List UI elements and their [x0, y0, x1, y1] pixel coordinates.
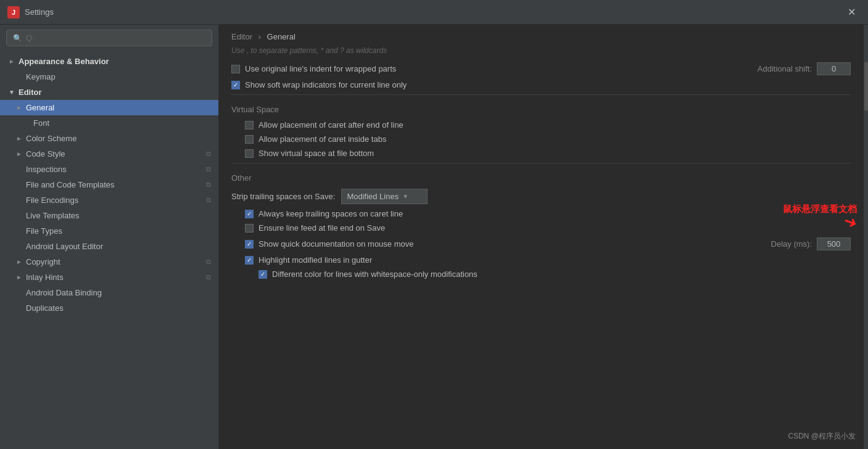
sidebar-item-code-style[interactable]: ►Code Style⧉	[0, 146, 218, 162]
sidebar-item-label: File Encodings	[26, 196, 204, 205]
sidebar-item-label: File and Code Templates	[26, 180, 204, 189]
trailing-spaces-caret-checkbox[interactable]	[245, 210, 254, 218]
copy-icon: ⧉	[206, 150, 211, 158]
nav-arrow-icon	[15, 304, 23, 313]
sidebar-item-file-types[interactable]: File Types	[0, 223, 218, 239]
line-feed-save-checkbox[interactable]	[245, 224, 254, 233]
nav-arrow-icon: ►	[15, 134, 23, 143]
caret-eol-row: Allow placement of caret after end of li…	[245, 120, 851, 130]
diff-color-whitespace-label: Different color for lines with whitespac…	[272, 270, 477, 279]
scrollbar	[863, 25, 868, 449]
delay-input[interactable]	[817, 237, 851, 250]
highlight-modified-checkbox[interactable]	[245, 256, 254, 265]
highlight-modified-row: Highlight modified lines in gutter	[245, 255, 851, 265]
sidebar-item-label: Duplicates	[26, 303, 211, 313]
caret-eol-label: Allow placement of caret after end of li…	[258, 120, 403, 130]
additional-shift-label: Additional shift:	[758, 64, 812, 73]
sidebar-item-android-layout-editor[interactable]: Android Layout Editor	[0, 239, 218, 254]
scrollbar-thumb[interactable]	[864, 62, 868, 111]
sidebar-item-label: Appearance & Behavior	[19, 57, 211, 66]
sidebar-item-label: Android Data Binding	[26, 288, 211, 297]
sidebar-item-label: Live Templates	[26, 211, 211, 220]
search-icon: 🔍	[13, 34, 22, 43]
copy-icon: ⧉	[206, 273, 211, 281]
title-bar-title: Settings	[25, 7, 54, 17]
nav-arrow-icon	[15, 227, 23, 236]
nav-arrow-icon: ►	[15, 150, 23, 159]
nav-arrow-icon: ►	[7, 57, 16, 66]
faded-hint-text: Use , to separate patterns, * and ? as w…	[231, 46, 851, 55]
sidebar-item-font[interactable]: Font	[0, 115, 218, 131]
virtual-space-bottom-row: Show virtual space at file bottom	[245, 149, 851, 158]
sidebar-item-label: Android Layout Editor	[26, 242, 211, 251]
delay-label: Delay (ms):	[771, 239, 812, 249]
original-indent-label: Use original line's indent for wrapped p…	[245, 64, 396, 73]
copy-icon: ⧉	[206, 181, 211, 189]
sidebar-item-label: Color Scheme	[26, 134, 211, 143]
sidebar-item-label: Code Style	[26, 149, 204, 159]
sidebar-item-label: Inspections	[26, 165, 204, 174]
sidebar-item-editor[interactable]: ▼Editor	[0, 84, 218, 100]
caret-tabs-checkbox[interactable]	[245, 135, 254, 144]
search-box[interactable]: 🔍	[6, 30, 212, 46]
strip-spaces-label: Strip trailing spaces on Save:	[231, 192, 335, 201]
strip-spaces-dropdown[interactable]: Modified Lines ▼	[341, 189, 428, 204]
caret-tabs-label: Allow placement of caret inside tabs	[258, 134, 386, 144]
sidebar-item-live-templates[interactable]: Live Templates	[0, 208, 218, 223]
caret-tabs-row: Allow placement of caret inside tabs	[245, 134, 851, 144]
strip-spaces-row: Strip trailing spaces on Save: Modified …	[231, 189, 851, 204]
other-header: Other	[231, 173, 851, 183]
sidebar: 🔍 ►Appearance & BehaviorKeymap▼Editor►Ge…	[0, 25, 219, 449]
sidebar-item-label: Copyright	[26, 257, 204, 266]
copy-icon: ⧉	[206, 258, 211, 266]
sidebar-item-label: Font	[33, 118, 211, 128]
breadcrumb-parent: Editor	[231, 32, 252, 41]
breadcrumb: Editor › General	[219, 25, 863, 46]
sidebar-item-file-encodings[interactable]: File Encodings⧉	[0, 192, 218, 208]
quick-doc-checkbox[interactable]	[245, 240, 254, 249]
quick-doc-container: Show quick documentation on mouse move 鼠…	[245, 237, 851, 250]
sidebar-item-duplicates[interactable]: Duplicates	[0, 300, 218, 316]
nav-arrow-icon	[15, 212, 23, 220]
line-feed-save-row: Ensure line feed at file end on Save	[245, 223, 851, 233]
nav-arrow-icon	[15, 73, 23, 81]
nav-arrow-icon	[15, 242, 23, 251]
highlight-modified-label: Highlight modified lines in gutter	[258, 255, 372, 265]
caret-eol-checkbox[interactable]	[245, 121, 254, 130]
sidebar-item-label: Editor	[19, 88, 211, 97]
diff-color-whitespace-checkbox[interactable]	[258, 270, 267, 279]
search-input[interactable]	[26, 33, 205, 43]
sidebar-item-keymap[interactable]: Keymap	[0, 69, 218, 84]
close-button[interactable]: ✕	[843, 4, 861, 20]
additional-shift-input[interactable]	[817, 62, 851, 75]
sidebar-item-general[interactable]: ►General	[0, 100, 218, 115]
sidebar-item-appearance[interactable]: ►Appearance & Behavior	[0, 54, 218, 69]
sidebar-item-label: Keymap	[26, 72, 211, 81]
sidebar-item-inspections[interactable]: Inspections⧉	[0, 162, 218, 177]
sidebar-item-android-data-binding[interactable]: Android Data Binding	[0, 285, 218, 300]
sidebar-item-inlay-hints[interactable]: ►Inlay Hints⧉	[0, 270, 218, 285]
breadcrumb-current: General	[267, 32, 296, 41]
soft-wrap-checkbox[interactable]	[231, 81, 240, 89]
soft-wrap-label: Show soft wrap indicators for current li…	[245, 80, 407, 89]
nav-arrow-icon	[15, 165, 23, 174]
main-container: 🔍 ►Appearance & BehaviorKeymap▼Editor►Ge…	[0, 25, 868, 449]
copy-icon: ⧉	[206, 196, 211, 204]
sidebar-item-file-and-code-templates[interactable]: File and Code Templates⧉	[0, 177, 218, 192]
copy-icon: ⧉	[206, 165, 211, 173]
soft-wrap-row: Show soft wrap indicators for current li…	[231, 80, 851, 89]
app-icon: J	[7, 6, 20, 19]
nav-arrow-icon: ►	[15, 273, 23, 282]
virtual-space-bottom-checkbox[interactable]	[245, 149, 254, 158]
content-scroll: Use , to separate patterns, * and ? as w…	[219, 46, 863, 449]
nav-arrow-icon: ►	[15, 258, 23, 266]
title-bar: J Settings ✕	[0, 0, 868, 25]
original-indent-checkbox[interactable]	[231, 65, 240, 73]
virtual-space-header: Virtual Space	[231, 105, 851, 114]
sidebar-item-label: File Types	[26, 226, 211, 236]
trailing-spaces-caret-label: Always keep trailing spaces on caret lin…	[258, 209, 403, 218]
diff-color-whitespace-row: Different color for lines with whitespac…	[258, 270, 851, 279]
sidebar-item-color-scheme[interactable]: ►Color Scheme	[0, 131, 218, 146]
nav-arrow-icon	[15, 181, 23, 189]
sidebar-item-copyright[interactable]: ►Copyright⧉	[0, 254, 218, 270]
